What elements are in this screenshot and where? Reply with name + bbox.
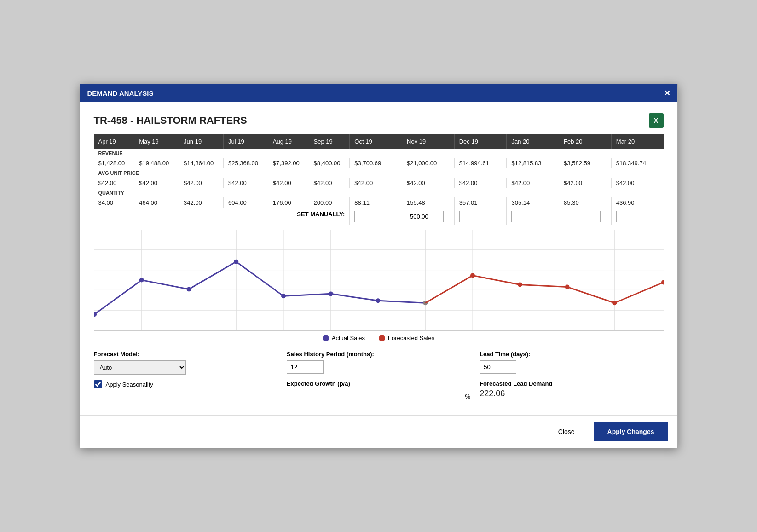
- apply-seasonality-label: Apply Seasonality: [106, 381, 153, 388]
- svg-point-23: [470, 273, 475, 278]
- avgprice-sep19: $42.00: [309, 178, 350, 188]
- close-x-icon[interactable]: ✕: [664, 89, 670, 98]
- svg-point-19: [281, 294, 286, 298]
- avgprice-jul19: $42.00: [223, 178, 268, 188]
- qty-feb20: 85.30: [559, 197, 612, 208]
- lead-time-group: Lead Time (days): Forecasted Lead Demand…: [480, 351, 663, 403]
- sales-history-group: Sales History Period (months): Expected …: [287, 351, 470, 403]
- col-dec19: Dec 19: [454, 134, 507, 149]
- svg-point-20: [328, 291, 333, 296]
- col-nov19: Nov 19: [402, 134, 455, 149]
- set-manually-input-dec19[interactable]: [459, 211, 496, 222]
- quantity-label: QUANTITY: [94, 188, 664, 197]
- avgprice-may19: $42.00: [134, 178, 179, 188]
- revenue-apr19: $1,428.00: [94, 158, 134, 168]
- col-apr19: Apr 19: [94, 134, 134, 149]
- lead-time-input[interactable]: [480, 360, 516, 374]
- set-manually-col-nov19: [402, 208, 455, 225]
- qty-nov19: 155.48: [402, 197, 455, 208]
- qty-aug19: 176.00: [268, 197, 309, 208]
- svg-point-21: [376, 298, 380, 303]
- svg-point-16: [139, 278, 144, 283]
- avgprice-oct19: $42.00: [350, 178, 402, 188]
- percent-suffix: %: [465, 393, 471, 400]
- avg-price-label: AVG UNIT PRICE: [94, 168, 664, 178]
- revenue-nov19: $21,000.00: [402, 158, 455, 168]
- modal-header: DEMAND ANALYSIS ✕: [80, 84, 677, 102]
- revenue-jun19: $14,364.00: [179, 158, 224, 168]
- avgprice-jun19: $42.00: [179, 178, 224, 188]
- revenue-feb20: $3,582.59: [559, 158, 612, 168]
- revenue-value-row: $1,428.00 $19,488.00 $14,364.00 $25,368.…: [94, 158, 664, 168]
- avgprice-feb20: $42.00: [559, 178, 612, 188]
- forecast-model-group: Forecast Model: Auto Linear Seasonal Man…: [94, 351, 277, 403]
- close-button[interactable]: Close: [544, 422, 589, 441]
- apply-changes-button[interactable]: Apply Changes: [594, 422, 668, 441]
- set-manually-col-feb20: [559, 208, 612, 225]
- revenue-may19: $19,488.00: [134, 158, 179, 168]
- qty-jan20: 305.14: [507, 197, 559, 208]
- expected-growth-control: Expected Growth (p/a) %: [287, 380, 470, 403]
- avgprice-apr19: $42.00: [94, 178, 134, 188]
- forecast-model-select[interactable]: Auto Linear Seasonal Manual: [94, 360, 186, 375]
- sales-history-input[interactable]: [287, 360, 324, 374]
- set-manually-label: SET MANUALLY:: [94, 208, 350, 225]
- col-oct19: Oct 19: [350, 134, 402, 149]
- revenue-oct19: $3,700.69: [350, 158, 402, 168]
- svg-point-17: [186, 287, 191, 291]
- qty-jun19: 342.00: [179, 197, 224, 208]
- col-aug19: Aug 19: [268, 134, 309, 149]
- svg-point-18: [234, 260, 238, 264]
- set-manually-input-mar20[interactable]: [616, 211, 653, 222]
- revenue-mar20: $18,349.74: [611, 158, 663, 168]
- expected-growth-input[interactable]: [287, 390, 462, 403]
- svg-point-24: [517, 282, 522, 287]
- legend-forecast: Forecasted Sales: [379, 335, 434, 341]
- quantity-value-row: 34.00 464.00 342.00 604.00 176.00 200.00…: [94, 197, 664, 208]
- revenue-jan20: $12,815.83: [507, 158, 559, 168]
- product-title-area: TR-458 - HAILSTORM RAFTERS X: [94, 113, 664, 128]
- lead-time-label: Lead Time (days):: [480, 351, 663, 358]
- forecasted-lead-demand-label: Forecasted Lead Demand: [480, 380, 663, 387]
- set-manually-input-jan20[interactable]: [511, 211, 548, 222]
- set-manually-input-nov19[interactable]: [407, 211, 444, 222]
- revenue-label: REVENUE: [94, 149, 664, 158]
- svg-point-27: [661, 280, 664, 285]
- qty-may19: 464.00: [134, 197, 179, 208]
- forecast-model-label: Forecast Model:: [94, 351, 277, 358]
- actual-sales-dot: [323, 335, 329, 341]
- col-feb20: Feb 20: [559, 134, 612, 149]
- actual-sales-label: Actual Sales: [332, 335, 365, 341]
- col-mar20: Mar 20: [611, 134, 663, 149]
- avg-price-value-row: $42.00 $42.00 $42.00 $42.00 $42.00 $42.0…: [94, 178, 664, 188]
- quantity-label-row: QUANTITY: [94, 188, 664, 197]
- expected-growth-label: Expected Growth (p/a): [287, 380, 470, 387]
- qty-dec19: 357.01: [454, 197, 507, 208]
- set-manually-row: SET MANUALLY:: [94, 208, 664, 225]
- expected-growth-wrapper: %: [287, 390, 470, 403]
- svg-point-25: [565, 284, 569, 289]
- revenue-jul19: $25,368.00: [223, 158, 268, 168]
- modal-container: DEMAND ANALYSIS ✕ TR-458 - HAILSTORM RAF…: [80, 84, 678, 448]
- controls-area: Forecast Model: Auto Linear Seasonal Man…: [94, 351, 664, 403]
- set-manually-input-feb20[interactable]: [564, 211, 601, 222]
- qty-oct19: 88.11: [350, 197, 402, 208]
- col-sep19: Sep 19: [309, 134, 350, 149]
- excel-icon[interactable]: X: [649, 113, 664, 128]
- revenue-dec19: $14,994.61: [454, 158, 507, 168]
- apply-seasonality-checkbox[interactable]: [94, 380, 102, 388]
- chart-legend: Actual Sales Forecasted Sales: [94, 335, 664, 341]
- legend-actual: Actual Sales: [323, 335, 365, 341]
- set-manually-col-dec19: [454, 208, 507, 225]
- set-manually-input-oct19[interactable]: [354, 211, 391, 222]
- revenue-sep19: $8,400.00: [309, 158, 350, 168]
- qty-sep19: 200.00: [309, 197, 350, 208]
- chart-area: [94, 230, 664, 331]
- avgprice-jan20: $42.00: [507, 178, 559, 188]
- modal-title: DEMAND ANALYSIS: [87, 89, 154, 97]
- forecast-model-control: Forecast Model: Auto Linear Seasonal Man…: [94, 351, 277, 375]
- forecasted-lead-demand-value: 222.06: [480, 389, 663, 399]
- set-manually-col-mar20: [611, 208, 663, 225]
- set-manually-col-jan20: [507, 208, 559, 225]
- sales-history-label: Sales History Period (months):: [287, 351, 470, 358]
